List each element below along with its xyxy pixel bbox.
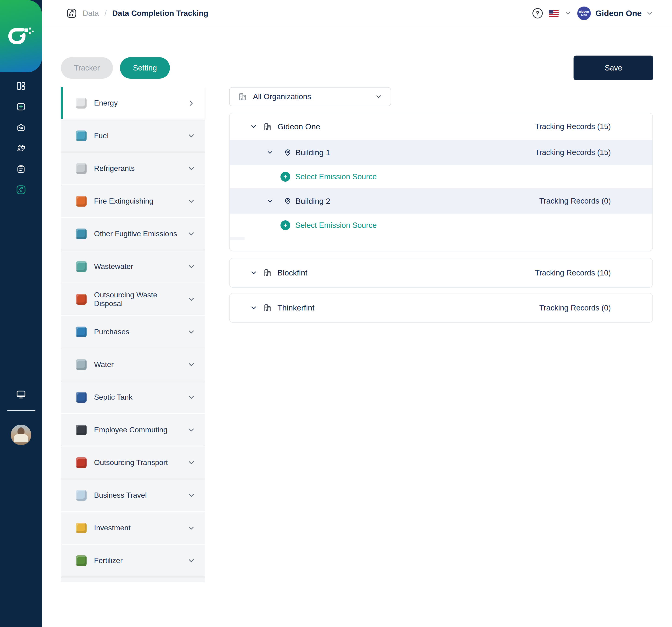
category-item-fire-extinguishing[interactable]: Fire Extinguishing xyxy=(61,185,205,217)
category-item-fertilizer[interactable]: Fertilizer xyxy=(61,544,205,577)
chevron-down-icon[interactable] xyxy=(646,10,653,17)
org-row-gideon-one[interactable]: Gideon One Tracking Records (15) xyxy=(230,113,652,140)
septic-tanks-icon xyxy=(76,392,87,403)
sidebar-nav xyxy=(0,81,42,195)
fuel-can-icon xyxy=(76,131,87,141)
buildings-icon xyxy=(263,269,272,277)
category-label: Employee Commuting xyxy=(94,425,168,434)
chevron-down-icon xyxy=(187,230,195,238)
wastewater-pool-icon xyxy=(76,261,87,272)
chevron-down-icon[interactable] xyxy=(250,304,257,311)
us-flag-icon[interactable] xyxy=(549,10,559,17)
select-emission-source-label: Select Emission Source xyxy=(295,221,377,230)
save-button[interactable]: Save xyxy=(574,55,653,80)
org-row-thinkerfint[interactable]: Thinkerfint Tracking Records (0) xyxy=(230,294,652,322)
category-item-investment[interactable]: Investment xyxy=(61,512,205,544)
dashboard-icon[interactable] xyxy=(16,81,26,91)
page-title: Data Completion Tracking xyxy=(112,9,208,18)
category-label: Fertilizer xyxy=(94,556,123,565)
category-label: Other Fugitive Emissions xyxy=(94,230,177,238)
chevron-down-icon xyxy=(187,459,195,467)
help-icon[interactable]: ? xyxy=(532,8,543,19)
category-item-septic-tank[interactable]: Septic Tank xyxy=(61,381,205,413)
monitor-icon[interactable] xyxy=(16,389,26,400)
org-name: Gideon One xyxy=(278,122,320,131)
tab-tracker[interactable]: Tracker xyxy=(61,57,113,79)
chevron-down-icon[interactable] xyxy=(266,198,273,205)
chevron-down-icon xyxy=(187,491,195,499)
select-emission-source-button[interactable]: Select Emission Source xyxy=(230,165,652,188)
tracking-records-count: Tracking Records (0) xyxy=(539,196,611,205)
chevron-down-icon xyxy=(187,361,195,369)
select-emission-source-label: Select Emission Source xyxy=(295,172,377,181)
category-label: Business Travel xyxy=(94,491,147,500)
org-row-blockfint[interactable]: Blockfint Tracking Records (10) xyxy=(230,258,652,287)
building-row-building-2[interactable]: Building 2 Tracking Records (0) xyxy=(230,188,652,214)
category-panel: Energy Fuel Refrigerants Fire Extinguish… xyxy=(61,87,205,582)
chevron-down-icon[interactable] xyxy=(250,270,257,276)
view-toggle: Tracker Setting xyxy=(61,57,170,79)
add-record-icon[interactable] xyxy=(16,101,26,112)
brand-logo[interactable] xyxy=(0,0,42,72)
category-list-overflow-sliver xyxy=(61,577,205,582)
category-item-water[interactable]: Water xyxy=(61,349,205,380)
tracking-records-count: Tracking Records (15) xyxy=(535,148,611,157)
category-item-wastewater[interactable]: Wastewater xyxy=(61,251,205,282)
building-row-building-1[interactable]: Building 1 Tracking Records (15) xyxy=(230,140,652,165)
chevron-down-icon xyxy=(187,557,195,565)
commuter-person-icon xyxy=(76,425,87,435)
organization-filter-value: All Organizations xyxy=(253,92,311,101)
category-item-outsourcing-waste-disposal[interactable]: Outsourcing Waste Disposal xyxy=(61,283,205,315)
category-item-business-travel[interactable]: Business Travel xyxy=(61,479,205,511)
top-header: Data / Data Completion Tracking ? gideon… xyxy=(42,0,672,27)
organization-filter-select[interactable]: All Organizations xyxy=(229,87,391,106)
chevron-down-icon xyxy=(187,165,195,172)
map-pin-icon xyxy=(284,148,292,156)
plus-icon xyxy=(281,220,290,230)
chevron-down-icon xyxy=(187,426,195,434)
user-menu[interactable]: gideon One Gideon One xyxy=(577,6,653,20)
breadcrumb-separator: / xyxy=(104,9,106,18)
tab-setting[interactable]: Setting xyxy=(120,57,170,79)
data-tracking-icon[interactable] xyxy=(16,185,26,195)
sidebar-divider xyxy=(7,410,35,411)
user-avatar[interactable] xyxy=(11,425,31,445)
firefighter-icon xyxy=(76,196,87,207)
org-tree-card-gideon-one: Gideon One Tracking Records (15) Buildin… xyxy=(229,113,653,251)
buildings-icon xyxy=(263,303,272,312)
category-label: Investment xyxy=(94,524,131,532)
category-item-fuel[interactable]: Fuel xyxy=(61,120,205,152)
chevron-right-icon xyxy=(187,99,195,107)
category-item-energy[interactable]: Energy xyxy=(61,87,205,119)
category-item-employee-commuting[interactable]: Employee Commuting xyxy=(61,414,205,446)
chevron-down-icon xyxy=(187,132,195,140)
green-energy-icon[interactable] xyxy=(16,143,26,153)
tracking-records-count: Tracking Records (10) xyxy=(535,269,611,277)
category-label: Water xyxy=(94,360,114,369)
chevron-down-icon[interactable] xyxy=(250,123,257,130)
category-item-purchases[interactable]: Purchases xyxy=(61,316,205,348)
category-label: Fire Extinguishing xyxy=(94,197,153,205)
select-emission-source-button[interactable]: Select Emission Source xyxy=(230,214,652,237)
chevron-down-icon[interactable] xyxy=(266,149,273,156)
report-clipboard-icon[interactable] xyxy=(16,164,26,174)
water-faucet-icon xyxy=(76,359,87,370)
building-name: Building 1 xyxy=(295,148,330,157)
app-sidebar xyxy=(0,0,42,627)
chevron-down-icon xyxy=(187,263,195,271)
category-item-other-fugitive-emissions[interactable]: Other Fugitive Emissions xyxy=(61,218,205,250)
category-item-outsourcing-transport[interactable]: Outsourcing Transport xyxy=(61,446,205,479)
chevron-down-icon xyxy=(187,295,195,303)
category-item-refrigerants[interactable]: Refrigerants xyxy=(61,153,205,184)
crop-tray-icon xyxy=(76,555,87,566)
chevron-down-icon[interactable] xyxy=(565,10,571,17)
chevron-down-icon xyxy=(187,524,195,532)
breadcrumb-section[interactable]: Data xyxy=(82,9,99,18)
buildings-icon xyxy=(238,92,247,101)
light-bulb-icon xyxy=(76,98,87,109)
org-name: Blockfint xyxy=(278,268,308,277)
shipping-container-icon xyxy=(76,327,87,337)
tracking-records-count: Tracking Records (15) xyxy=(535,122,611,131)
category-label: Outsourcing Waste Disposal xyxy=(94,291,187,308)
emission-reduction-icon[interactable] xyxy=(16,122,26,133)
